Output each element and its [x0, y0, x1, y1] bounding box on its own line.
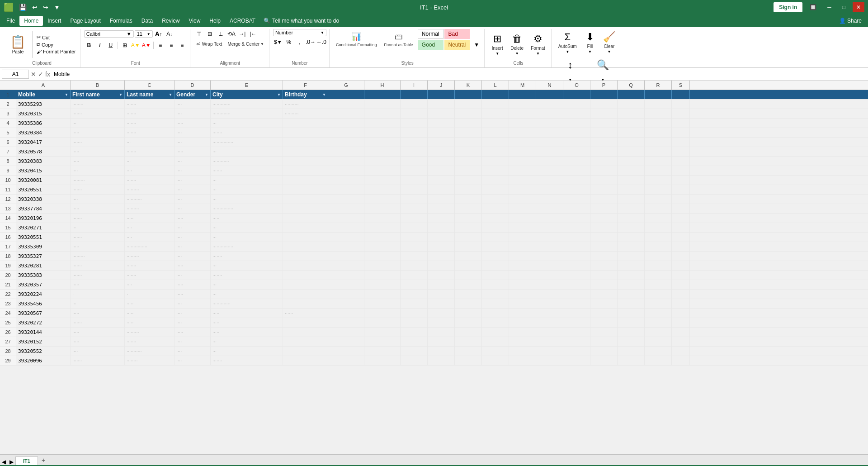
table-cell[interactable]: [509, 204, 536, 213]
table-cell[interactable]: ····: [175, 337, 211, 346]
filter-dropdown-icon[interactable]: ▼: [205, 93, 208, 97]
table-cell[interactable]: ·········: [125, 204, 175, 213]
table-cell[interactable]: [401, 261, 428, 270]
table-cell[interactable]: [482, 223, 509, 232]
header-cell-col-A[interactable]: Mobile ▼: [16, 90, 71, 99]
table-cell[interactable]: [563, 328, 590, 337]
table-cell[interactable]: [509, 347, 536, 356]
table-cell[interactable]: [401, 290, 428, 299]
table-cell[interactable]: [590, 119, 618, 128]
table-cell[interactable]: 39320224: [16, 290, 71, 299]
table-cell[interactable]: 39320551: [16, 233, 71, 242]
table-cell[interactable]: [536, 176, 563, 185]
table-cell[interactable]: [328, 271, 364, 280]
table-cell[interactable]: [401, 157, 428, 166]
table-cell[interactable]: [482, 100, 509, 109]
customize-qa-button[interactable]: ▼: [52, 3, 62, 12]
table-cell[interactable]: [283, 185, 328, 194]
menu-view[interactable]: View: [184, 16, 205, 26]
table-cell[interactable]: 39335383: [16, 271, 71, 280]
table-cell[interactable]: [428, 318, 455, 327]
insert-button[interactable]: ⊞ Insert ▼: [488, 31, 506, 58]
table-cell[interactable]: 39320096: [16, 356, 71, 365]
table-cell[interactable]: [455, 290, 482, 299]
table-cell[interactable]: [364, 195, 401, 204]
table-cell[interactable]: [645, 128, 672, 137]
table-cell[interactable]: ·······: [125, 261, 175, 270]
autosum-button[interactable]: Σ AutoSum ▼: [555, 29, 580, 56]
table-cell[interactable]: [328, 242, 364, 251]
table-cell[interactable]: [563, 138, 590, 147]
col-header-N[interactable]: N: [536, 81, 563, 90]
table-cell[interactable]: [672, 290, 690, 299]
table-cell[interactable]: [563, 223, 590, 232]
table-cell[interactable]: [364, 252, 401, 261]
confirm-formula-button[interactable]: ✓: [38, 71, 43, 78]
table-cell[interactable]: ····: [175, 185, 211, 194]
table-cell[interactable]: [509, 261, 536, 270]
col-header-I[interactable]: I: [401, 81, 428, 90]
table-cell[interactable]: [645, 157, 672, 166]
table-cell[interactable]: [455, 261, 482, 270]
table-cell[interactable]: [509, 252, 536, 261]
table-cell[interactable]: [283, 128, 328, 137]
table-cell[interactable]: [645, 309, 672, 318]
table-cell[interactable]: [455, 318, 482, 327]
table-cell[interactable]: ·: [125, 290, 175, 299]
number-format-selector[interactable]: Number ▼: [273, 29, 326, 36]
table-cell[interactable]: [672, 337, 690, 346]
table-cell[interactable]: ·······: [71, 261, 125, 270]
table-cell[interactable]: [283, 299, 328, 308]
table-cell[interactable]: [536, 119, 563, 128]
table-cell[interactable]: [509, 109, 536, 118]
table-cell[interactable]: [590, 147, 618, 156]
table-cell[interactable]: [618, 100, 645, 109]
table-cell[interactable]: ···: [211, 195, 283, 204]
col-header-F[interactable]: F: [283, 81, 328, 90]
header-cell-col-S[interactable]: [672, 90, 690, 99]
table-cell[interactable]: ····: [175, 128, 211, 137]
filter-dropdown-icon[interactable]: ▼: [322, 93, 326, 97]
table-cell[interactable]: [283, 328, 328, 337]
table-cell[interactable]: [590, 128, 618, 137]
table-cell[interactable]: [328, 290, 364, 299]
table-cell[interactable]: [482, 328, 509, 337]
table-cell[interactable]: 39320315: [16, 109, 71, 118]
table-cell[interactable]: ·····: [125, 214, 175, 223]
table-cell[interactable]: [618, 252, 645, 261]
filter-dropdown-icon[interactable]: ▼: [169, 93, 172, 97]
table-cell[interactable]: [536, 166, 563, 175]
table-cell[interactable]: ·······: [71, 356, 125, 365]
wrap-text-button[interactable]: ⏎ Wrap Text: [194, 40, 225, 48]
table-cell[interactable]: [455, 195, 482, 204]
table-cell[interactable]: [283, 271, 328, 280]
col-header-D[interactable]: D: [175, 81, 211, 90]
table-cell[interactable]: [645, 271, 672, 280]
table-cell[interactable]: [590, 309, 618, 318]
table-cell[interactable]: [590, 356, 618, 365]
align-left-button[interactable]: ≡: [156, 40, 165, 50]
table-cell[interactable]: ···: [211, 223, 283, 232]
table-cell[interactable]: [482, 204, 509, 213]
table-cell[interactable]: ············: [211, 157, 283, 166]
table-cell[interactable]: [428, 157, 455, 166]
table-cell[interactable]: [509, 356, 536, 365]
table-cell[interactable]: [645, 214, 672, 223]
table-cell[interactable]: [563, 280, 590, 289]
signin-button[interactable]: Sign in: [774, 2, 802, 12]
table-cell[interactable]: [428, 261, 455, 270]
table-cell[interactable]: [428, 185, 455, 194]
table-cell[interactable]: [618, 356, 645, 365]
table-cell[interactable]: [563, 233, 590, 242]
table-cell[interactable]: [645, 290, 672, 299]
table-cell[interactable]: [536, 309, 563, 318]
table-cell[interactable]: ····: [175, 252, 211, 261]
table-cell[interactable]: [428, 242, 455, 251]
table-cell[interactable]: [401, 233, 428, 242]
table-cell[interactable]: [283, 356, 328, 365]
table-cell[interactable]: [509, 147, 536, 156]
decrease-decimal-button[interactable]: ←.0: [316, 37, 326, 47]
table-cell[interactable]: [672, 214, 690, 223]
table-cell[interactable]: [645, 100, 672, 109]
table-cell[interactable]: [645, 356, 672, 365]
